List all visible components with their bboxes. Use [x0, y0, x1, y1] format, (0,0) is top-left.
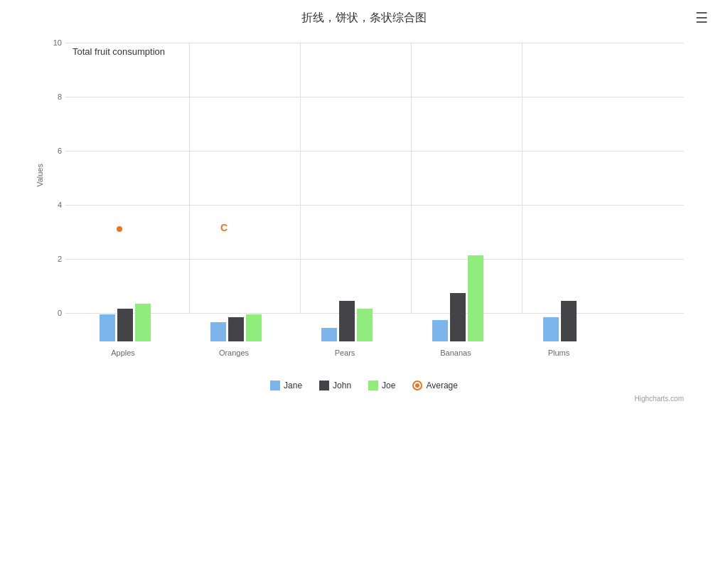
average-c-label: C	[220, 222, 228, 233]
legend-box-joe	[368, 381, 378, 390]
legend-item-joe: Joe	[368, 381, 395, 390]
gridline-4: 4	[65, 205, 684, 206]
y-label-8: 8	[44, 92, 62, 101]
bar-pears-joe	[357, 309, 373, 341]
bar-apples-john	[117, 309, 133, 341]
bar-oranges-jane	[210, 322, 226, 341]
fruit-group-oranges: Oranges	[210, 71, 262, 341]
y-label-0: 0	[44, 309, 62, 317]
gridline-2: 2	[65, 259, 684, 260]
bar-oranges-joe	[246, 314, 262, 341]
cat-label-oranges: Oranges	[219, 349, 249, 357]
gridline-6: 6	[65, 151, 684, 151]
y-label-2: 2	[44, 255, 62, 263]
chart-container: Values Total fruit consumption 10 8	[30, 36, 698, 384]
y-label-10: 10	[44, 38, 62, 47]
bar-apples-joe	[135, 304, 151, 341]
legend-item-average: Average	[412, 381, 457, 390]
avg-dot-apples	[117, 226, 122, 232]
header: 折线，饼状，条状综合图 ☰	[0, 0, 728, 36]
highcharts-credit: Highcharts.com	[30, 395, 698, 403]
bar-pears-jane	[321, 328, 337, 341]
legend: Jane John Joe Average	[30, 377, 698, 390]
bar-bananas-jane	[432, 320, 448, 341]
menu-button[interactable]: ☰	[690, 6, 714, 29]
page-wrapper: 折线，饼状，条状综合图 ☰ Values Total fruit consump…	[0, 0, 728, 569]
bar-plums-john	[561, 301, 577, 341]
bar-pears-john	[339, 301, 355, 341]
legend-item-jane: Jane	[270, 381, 302, 390]
cat-label-pears: Pears	[335, 349, 355, 357]
bar-plums-jane	[543, 317, 559, 341]
y-label-6: 6	[44, 147, 62, 155]
bar-bananas-joe	[468, 255, 483, 341]
fruit-group-plums: Plums	[543, 71, 577, 341]
y-axis-label: Values	[36, 164, 44, 187]
bar-bananas-john	[450, 293, 466, 341]
gridline-10: 10	[65, 43, 684, 43]
cat-label-plums: Plums	[548, 349, 570, 357]
vsep-2	[300, 43, 301, 313]
chart-area: 10 8 6 4 2 0	[65, 43, 684, 341]
vsep-1	[189, 43, 190, 313]
vsep-4	[522, 43, 523, 313]
fruit-group-bananas: Bananas	[432, 71, 483, 341]
cat-label-apples: Apples	[111, 349, 135, 357]
gridline-0: 0	[65, 313, 684, 314]
vsep-3	[411, 43, 412, 313]
cat-label-bananas: Bananas	[440, 349, 471, 357]
page-title: 折线，饼状，条状综合图	[301, 11, 427, 26]
bar-apples-jane	[100, 314, 115, 341]
legend-item-john: John	[319, 381, 351, 390]
legend-box-jane	[270, 381, 280, 390]
legend-label-joe: Joe	[382, 381, 395, 390]
y-label-4: 4	[44, 201, 62, 209]
fruit-group-apples: Apples	[100, 71, 151, 341]
legend-circle-average	[412, 381, 422, 390]
legend-label-john: John	[333, 381, 351, 390]
legend-label-average: Average	[426, 381, 457, 390]
legend-box-john	[319, 381, 329, 390]
bar-oranges-john	[228, 317, 244, 341]
legend-label-jane: Jane	[284, 381, 302, 390]
fruit-group-pears: Pears	[321, 71, 373, 341]
gridline-8: 8	[65, 97, 684, 97]
